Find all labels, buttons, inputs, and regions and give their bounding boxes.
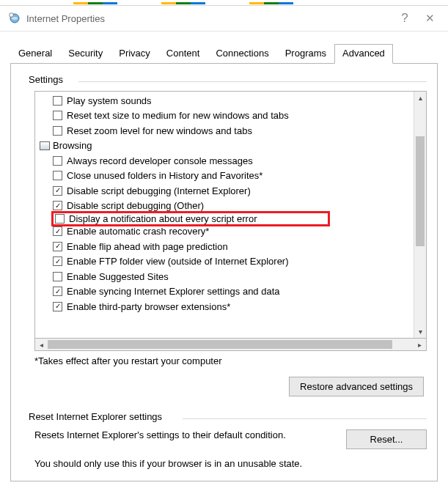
settings-item-label: Disable script debugging (Internet Explo… (67, 185, 251, 196)
settings-listbox[interactable]: Play system soundsReset text size to med… (34, 91, 427, 339)
checkbox[interactable] (53, 111, 62, 120)
hscroll-track[interactable] (48, 339, 414, 350)
hscroll-thumb[interactable] (48, 340, 392, 349)
settings-item-label: Browsing (53, 140, 92, 151)
checkbox[interactable] (53, 226, 62, 236)
tab-privacy[interactable]: Privacy (111, 44, 158, 63)
vscroll-track[interactable] (414, 104, 426, 325)
window-edge-hint (0, 0, 448, 6)
checkbox[interactable] (53, 272, 62, 281)
category-icon (40, 141, 50, 150)
settings-item-label: Enable Suggested Sites (67, 271, 169, 282)
settings-item-label: Close unused folders in History and Favo… (67, 170, 262, 181)
checkbox[interactable] (53, 302, 62, 311)
settings-item-label: Enable flip ahead with page prediction (67, 241, 228, 252)
reset-description: Resets Internet Explorer's settings to t… (34, 429, 333, 442)
scroll-up-arrow-icon[interactable]: ▴ (414, 92, 426, 104)
settings-item[interactable]: Always record developer console messages (38, 153, 414, 169)
close-button[interactable]: ✕ (420, 12, 439, 25)
checkbox[interactable] (55, 214, 65, 224)
tab-advanced[interactable]: Advanced (334, 44, 393, 64)
tabs: General Security Privacy Content Connect… (10, 43, 438, 63)
tab-panel-advanced: Settings Play system soundsReset text si… (10, 63, 438, 481)
settings-item-label: Enable third-party browser extensions* (67, 301, 230, 312)
titlebar: Internet Properties ? ✕ (0, 6, 448, 31)
settings-item-label: Always record developer console messages (67, 155, 253, 166)
tab-programs[interactable]: Programs (277, 44, 334, 63)
settings-group: Settings (21, 74, 427, 85)
settings-item-label: Enable automatic crash recovery* (67, 226, 209, 237)
scroll-right-arrow-icon[interactable]: ▸ (414, 341, 426, 349)
checkbox[interactable] (53, 256, 62, 266)
reset-group: Reset Internet Explorer settings (21, 411, 427, 422)
settings-item[interactable]: Close unused folders in History and Favo… (38, 169, 414, 184)
restore-advanced-settings-button[interactable]: Restore advanced settings (289, 377, 424, 396)
tab-general[interactable]: General (10, 44, 60, 63)
internet-properties-dialog: Internet Properties ? ✕ General Security… (0, 0, 448, 502)
settings-item-label: Display a notification about every scrip… (69, 213, 257, 224)
scroll-down-arrow-icon[interactable]: ▾ (414, 325, 426, 338)
reset-group-label: Reset Internet Explorer settings (29, 411, 162, 422)
settings-item[interactable]: Enable automatic crash recovery* (38, 224, 414, 240)
checkbox[interactable] (53, 171, 62, 180)
reset-warning: You should only use this if your browser… (34, 458, 427, 469)
restart-footnote: *Takes effect after you restart your com… (34, 355, 427, 366)
help-button[interactable]: ? (395, 11, 414, 26)
scroll-left-arrow-icon[interactable]: ◂ (35, 341, 48, 349)
internet-options-icon (9, 12, 21, 24)
horizontal-scrollbar[interactable]: ◂ ▸ (34, 339, 427, 351)
tab-security[interactable]: Security (60, 44, 111, 63)
window-title: Internet Properties (26, 13, 389, 24)
settings-item[interactable]: Play system sounds (38, 93, 414, 108)
vscroll-thumb[interactable] (416, 136, 425, 246)
checkbox[interactable] (53, 287, 62, 296)
checkbox[interactable] (53, 242, 62, 251)
settings-item[interactable]: Reset text size to medium for new window… (38, 108, 414, 124)
checkbox[interactable] (53, 201, 62, 210)
settings-item[interactable]: Enable flip ahead with page prediction (38, 239, 414, 254)
checkbox[interactable] (53, 186, 62, 196)
vertical-scrollbar[interactable]: ▴ ▾ (414, 92, 426, 338)
settings-item[interactable]: Enable Suggested Sites (38, 269, 414, 284)
settings-item[interactable]: Reset zoom level for new windows and tab… (38, 123, 414, 139)
settings-item-label: Reset text size to medium for new window… (67, 110, 289, 121)
reset-button[interactable]: Reset... (346, 429, 427, 449)
checkbox[interactable] (53, 96, 62, 106)
settings-group-label: Settings (29, 74, 63, 85)
settings-item-label: Reset zoom level for new windows and tab… (67, 125, 252, 136)
settings-item[interactable]: Disable script debugging (Internet Explo… (38, 183, 414, 199)
checkbox[interactable] (53, 126, 62, 136)
settings-item-label: Play system sounds (67, 95, 152, 106)
settings-category: Browsing (38, 139, 414, 154)
settings-item-label: Enable syncing Internet Explorer setting… (67, 286, 280, 297)
settings-item[interactable]: Enable third-party browser extensions* (38, 299, 414, 314)
settings-item-label: Enable FTP folder view (outside of Inter… (67, 256, 289, 267)
settings-item[interactable]: Enable syncing Internet Explorer setting… (38, 284, 414, 300)
settings-item[interactable]: Enable FTP folder view (outside of Inter… (38, 254, 414, 270)
svg-rect-1 (10, 13, 13, 17)
tab-content[interactable]: Content (158, 44, 208, 63)
settings-item-label: Disable script debugging (Other) (67, 200, 204, 211)
tab-connections[interactable]: Connections (208, 44, 276, 63)
checkbox[interactable] (53, 156, 62, 166)
